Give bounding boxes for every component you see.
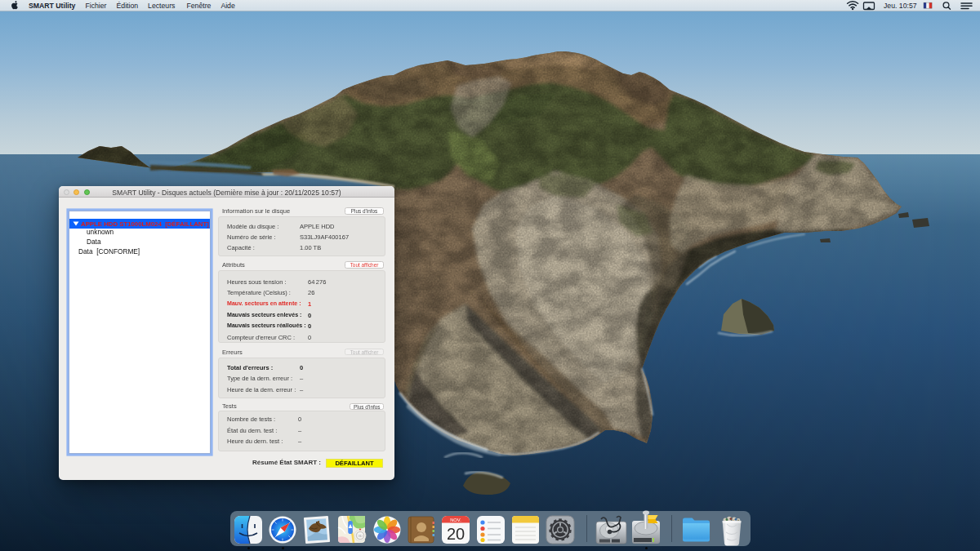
svg-text:20: 20	[447, 525, 465, 543]
svg-text:NOV.: NOV.	[450, 518, 461, 522]
svg-text:3D: 3D	[358, 534, 362, 538]
